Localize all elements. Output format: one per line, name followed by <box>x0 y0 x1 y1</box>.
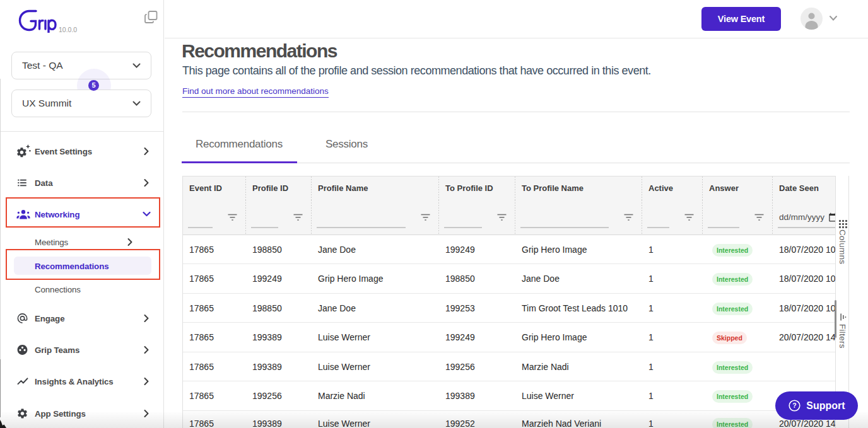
svg-text:?: ? <box>793 402 797 409</box>
